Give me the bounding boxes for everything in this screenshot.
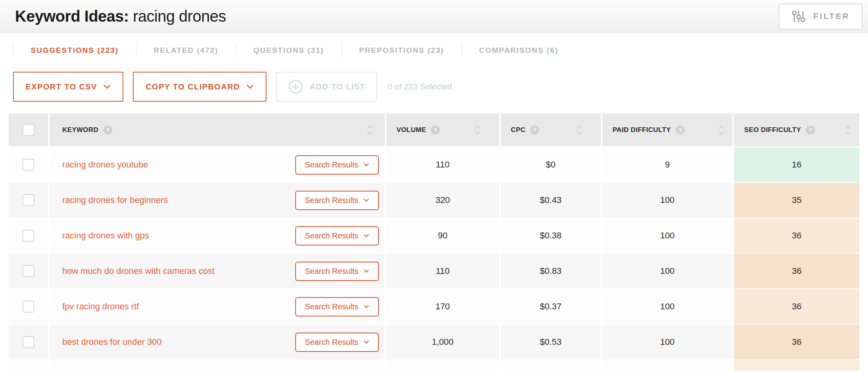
keyword-link[interactable]: fpv racing drones rtf: [62, 301, 139, 312]
paid-difficulty-cell: 100: [602, 325, 732, 359]
header-volume[interactable]: VOLUME ?: [386, 113, 499, 146]
keyword-link[interactable]: best drones for under 300: [62, 337, 162, 347]
checkbox-cell: [9, 147, 48, 182]
header-seo-difficulty[interactable]: SEO DIFFICULTY ?: [734, 113, 859, 146]
checkbox-cell: [9, 183, 48, 218]
volume-cell: 170: [386, 289, 499, 324]
row-checkbox[interactable]: [22, 301, 34, 312]
keyword-cell: racing drones for beginners Search Resul…: [50, 183, 385, 218]
header-paid-difficulty[interactable]: PAID DIFFICULTY ?: [602, 113, 732, 146]
help-icon[interactable]: ?: [103, 125, 112, 134]
search-results-button[interactable]: Search Results: [295, 333, 379, 352]
sort-icon[interactable]: [474, 124, 481, 136]
tab[interactable]: RELATED (472): [136, 43, 236, 58]
volume-cell: 320: [386, 183, 499, 218]
page-title-label: Keyword Ideas:: [15, 7, 129, 25]
header-volume-label: VOLUME: [397, 126, 426, 134]
search-results-button[interactable]: Search Results: [295, 262, 379, 281]
row-checkbox[interactable]: [22, 336, 34, 348]
keyword-cell: best drones for under 300 Search Results: [50, 325, 385, 359]
add-to-list-button[interactable]: ADD TO LIST: [276, 72, 378, 102]
header-keyword-label: KEYWORD: [62, 126, 99, 134]
search-results-label: Search Results: [305, 302, 358, 311]
keyword-table: KEYWORD ? VOLUME ? CPC ? PAID DIFFICULTY…: [9, 113, 859, 371]
chevron-down-icon: [363, 340, 369, 344]
filter-button-label: FILTER: [813, 12, 850, 21]
copy-to-clipboard-button[interactable]: COPY TO CLIPBOARD: [133, 72, 266, 102]
row-checkbox[interactable]: [22, 159, 34, 171]
keyword-link[interactable]: how much do drones with cameras cost: [62, 266, 214, 276]
copy-to-clipboard-label: COPY TO CLIPBOARD: [145, 82, 240, 91]
keyword-link[interactable]: racing drones for beginners: [62, 195, 168, 205]
sort-icon[interactable]: [576, 124, 583, 136]
chevron-down-icon: [246, 84, 254, 89]
table-row: racing drones for beginners Search Resul…: [9, 183, 859, 218]
table-body: racing drones youtube Search Results 110…: [9, 147, 859, 359]
search-results-button[interactable]: Search Results: [295, 155, 379, 175]
row-checkbox[interactable]: [22, 230, 34, 242]
checkbox-cell: [9, 325, 48, 359]
sort-icon[interactable]: [845, 124, 851, 136]
seo-difficulty-cell: [734, 360, 859, 371]
volume-cell: 1,000: [386, 325, 499, 359]
sliders-icon: [791, 9, 806, 24]
paid-difficulty-cell: [602, 360, 732, 371]
tab[interactable]: COMPARISONS (6): [462, 43, 576, 58]
cpc-cell: $0.37: [501, 289, 601, 324]
row-checkbox[interactable]: [22, 265, 34, 277]
paid-difficulty-cell: 100: [602, 218, 732, 253]
add-to-list-label: ADD TO LIST: [310, 82, 366, 91]
help-icon[interactable]: ?: [431, 125, 440, 134]
help-icon[interactable]: ?: [806, 125, 815, 134]
row-checkbox[interactable]: [22, 194, 34, 206]
seo-difficulty-cell: 35: [734, 183, 859, 218]
search-results-label: Search Results: [305, 196, 358, 205]
tab[interactable]: PREPOSITIONS (23): [341, 43, 462, 58]
paid-difficulty-cell: 100: [602, 254, 732, 288]
paid-difficulty-cell: 100: [602, 183, 732, 218]
export-to-csv-label: EXPORT TO CSV: [26, 82, 97, 91]
search-results-button[interactable]: Search Results: [295, 226, 379, 246]
search-results-label: Search Results: [305, 231, 358, 240]
header-checkbox-cell: [9, 113, 48, 146]
volume-cell: 110: [386, 254, 499, 288]
table-row-clipped: [9, 360, 859, 371]
volume-cell: 110: [386, 147, 499, 182]
tab-label: PREPOSITIONS (23): [359, 46, 444, 55]
search-results-button[interactable]: Search Results: [295, 191, 379, 210]
tab[interactable]: QUESTIONS (31): [236, 43, 341, 58]
keyword-cell: racing drones with gps Search Results: [50, 218, 385, 253]
selection-count: 0 of 223 Selected: [387, 82, 452, 91]
tab-label: RELATED (472): [154, 46, 218, 55]
help-icon[interactable]: ?: [676, 125, 685, 134]
volume-cell: 90: [386, 218, 499, 253]
sort-icon[interactable]: [366, 124, 373, 136]
table-row: racing drones youtube Search Results 110…: [9, 147, 859, 182]
sort-icon[interactable]: [718, 124, 725, 136]
chevron-down-icon: [363, 269, 369, 273]
seo-difficulty-cell: 36: [734, 325, 859, 359]
filter-button[interactable]: FILTER: [779, 4, 862, 30]
search-results-button[interactable]: Search Results: [295, 297, 379, 316]
keyword-link[interactable]: racing drones with gps: [62, 231, 149, 241]
header-cpc[interactable]: CPC ?: [501, 113, 601, 146]
keyword-cell: how much do drones with cameras cost Sea…: [50, 254, 385, 288]
tab[interactable]: SUGGESTIONS (223): [13, 43, 136, 58]
cpc-cell: $0.53: [501, 325, 601, 359]
export-to-csv-button[interactable]: EXPORT TO CSV: [13, 72, 123, 102]
keyword-cell: racing drones youtube Search Results: [50, 147, 385, 182]
header-paid-difficulty-label: PAID DIFFICULTY: [613, 126, 671, 134]
cpc-cell: $0.38: [501, 218, 601, 253]
checkbox-cell: [9, 360, 48, 371]
table-row: how much do drones with cameras cost Sea…: [9, 254, 859, 288]
keyword-cell: [50, 360, 385, 371]
keyword-link[interactable]: racing drones youtube: [62, 160, 148, 170]
select-all-checkbox[interactable]: [22, 124, 34, 136]
cpc-cell: $0: [501, 147, 601, 182]
table-row: fpv racing drones rtf Search Results 170…: [9, 289, 859, 324]
help-icon[interactable]: ?: [530, 125, 539, 134]
tab-label: SUGGESTIONS (223): [31, 46, 119, 55]
table-header: KEYWORD ? VOLUME ? CPC ? PAID DIFFICULTY…: [9, 113, 859, 146]
search-results-label: Search Results: [305, 160, 358, 169]
header-keyword[interactable]: KEYWORD ?: [50, 113, 385, 146]
